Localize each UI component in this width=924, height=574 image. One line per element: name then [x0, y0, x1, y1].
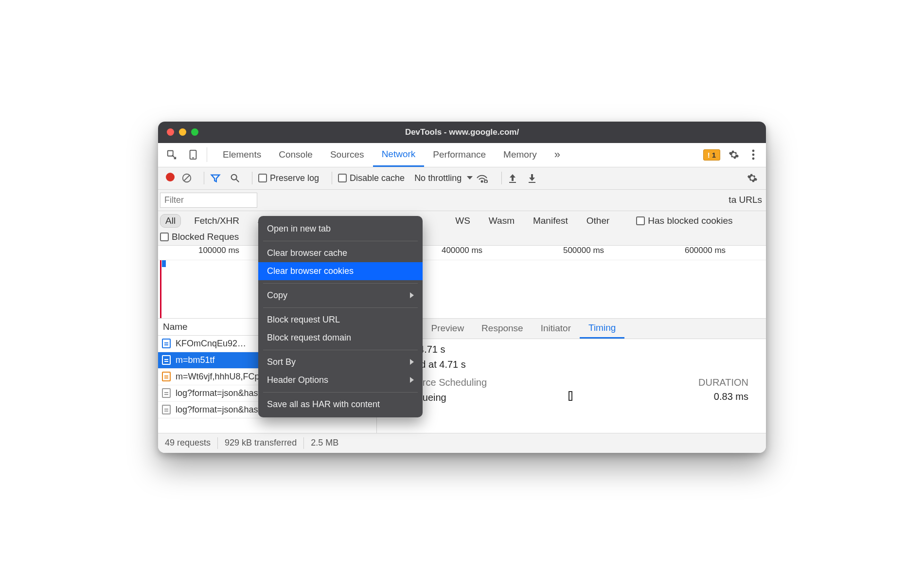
chevron-down-icon: [466, 176, 473, 180]
context-menu-separator: [263, 350, 418, 350]
network-split-view: Name KFOmCnqEu92… m=bm51tf m=Wt6vjf,hhhU…: [158, 319, 766, 433]
chevron-right-icon: [410, 359, 414, 365]
detail-tabs: aders Preview Response Initiator Timing: [377, 319, 766, 339]
context-menu-item[interactable]: Save all as HAR with content: [258, 395, 423, 413]
file-icon: [162, 405, 171, 414]
type-all[interactable]: All: [160, 214, 181, 228]
preserve-log-label: Preserve log: [270, 173, 319, 183]
filter-icon[interactable]: [210, 173, 227, 183]
type-fetch-xhr[interactable]: Fetch/XHR: [189, 214, 245, 228]
context-menu-item-label: Clear browser cache: [267, 248, 347, 258]
clear-icon[interactable]: [181, 173, 198, 183]
detail-tab-initiator[interactable]: Initiator: [532, 319, 580, 339]
type-wasm[interactable]: Wasm: [483, 214, 520, 228]
window-close-button[interactable]: [167, 128, 174, 136]
svg-point-8: [231, 175, 237, 180]
traffic-lights: [158, 128, 198, 136]
context-menu-item-label: Clear browser cookies: [267, 266, 354, 276]
network-status-bar: 49 requests 929 kB transferred 2.5 MB: [158, 433, 766, 453]
context-menu-item-label: Open in new tab: [267, 224, 331, 234]
window-minimize-button[interactable]: [179, 128, 186, 136]
devtools-tabs-bar: Elements Console Sources Network Perform…: [158, 143, 766, 167]
warning-icon: !: [708, 151, 710, 159]
timing-body: ed at 4.71 s Started at 4.71 s Resource …: [377, 339, 766, 411]
context-menu-item-label: Block request URL: [267, 315, 340, 325]
network-settings-icon[interactable]: [743, 173, 762, 183]
chevron-right-icon: [410, 292, 414, 298]
svg-point-5: [752, 158, 755, 160]
requests-count: 49 requests: [160, 438, 211, 448]
detail-tab-response[interactable]: Response: [473, 319, 532, 339]
blocked-requests-checkbox[interactable]: Blocked Reques: [160, 232, 239, 242]
file-icon: [162, 372, 171, 381]
detail-tab-preview[interactable]: Preview: [423, 319, 473, 339]
inspect-element-icon[interactable]: [161, 143, 182, 167]
chevron-right-icon: [410, 377, 414, 383]
context-menu-separator: [263, 307, 418, 308]
svg-point-4: [752, 154, 755, 156]
request-name: KFOmCnqEu92…: [176, 339, 246, 349]
tab-sources[interactable]: Sources: [321, 143, 373, 167]
context-menu-item-label: Header Options: [267, 375, 328, 385]
context-menu-item[interactable]: Clear browser cache: [258, 244, 423, 262]
svg-point-3: [752, 150, 755, 152]
blocked-cookies-label: Has blocked cookies: [648, 215, 732, 226]
network-conditions-icon[interactable]: [476, 173, 496, 183]
throttling-value: No throttling: [414, 173, 462, 183]
tick-3: 500000 ms: [523, 246, 644, 260]
upload-har-icon[interactable]: [508, 173, 524, 183]
filter-input[interactable]: [160, 193, 257, 208]
disable-cache-checkbox[interactable]: Disable cache: [338, 173, 405, 183]
settings-icon[interactable]: [724, 143, 744, 167]
window-zoom-button[interactable]: [191, 128, 198, 136]
transferred-size: 929 kB transferred: [225, 438, 297, 448]
type-other[interactable]: Other: [581, 214, 615, 228]
context-menu-item[interactable]: Clear browser cookies: [258, 262, 423, 280]
devtools-window: DevTools - www.google.com/ Elements Cons…: [158, 122, 766, 453]
load-marker-icon: [160, 260, 161, 318]
context-menu-item-label: Block request domain: [267, 333, 351, 343]
tabs-overflow-button[interactable]: »: [546, 143, 569, 167]
timeline-ticks: 100000 ms 400000 ms 500000 ms 600000 ms: [158, 246, 766, 260]
type-ws[interactable]: WS: [450, 214, 476, 228]
tab-performance[interactable]: Performance: [424, 143, 495, 167]
svg-point-10: [481, 181, 483, 182]
record-button[interactable]: [162, 173, 178, 184]
context-menu-item-label: Save all as HAR with content: [267, 399, 380, 410]
device-toolbar-icon[interactable]: [182, 143, 204, 167]
tab-memory[interactable]: Memory: [495, 143, 546, 167]
queueing-bar-icon: [569, 391, 572, 401]
context-menu: Open in new tabClear browser cacheClear …: [258, 216, 423, 417]
preserve-log-checkbox[interactable]: Preserve log: [258, 173, 319, 183]
warning-count: 1: [712, 151, 716, 159]
window-title: DevTools - www.google.com/: [158, 127, 766, 137]
file-icon: [162, 339, 171, 348]
queued-at-line: ed at 4.71 s: [394, 344, 748, 355]
more-menu-icon[interactable]: [744, 143, 763, 167]
file-icon: [162, 388, 171, 398]
context-menu-separator: [263, 392, 418, 393]
download-har-icon[interactable]: [527, 173, 544, 183]
context-menu-item-label: Copy: [267, 290, 287, 301]
panel-tabs: Elements Console Sources Network Perform…: [210, 143, 569, 167]
search-icon[interactable]: [230, 173, 246, 183]
context-menu-item[interactable]: Block request URL: [258, 311, 423, 329]
tab-network[interactable]: Network: [373, 143, 425, 167]
context-menu-item-label: Sort By: [267, 357, 296, 367]
request-types-row: All Fetch/XHR JS WS Wasm Manifest Other …: [158, 211, 766, 246]
context-menu-item[interactable]: Copy: [258, 287, 423, 305]
throttling-select[interactable]: No throttling: [414, 173, 473, 183]
issues-warning-badge[interactable]: ! 1: [703, 149, 720, 161]
context-menu-item[interactable]: Sort By: [258, 353, 423, 371]
tab-console[interactable]: Console: [270, 143, 321, 167]
file-icon: [162, 355, 171, 365]
type-manifest[interactable]: Manifest: [528, 214, 573, 228]
detail-tab-timing[interactable]: Timing: [580, 319, 624, 339]
tab-elements[interactable]: Elements: [214, 143, 270, 167]
context-menu-item[interactable]: Block request domain: [258, 329, 423, 347]
context-menu-item[interactable]: Header Options: [258, 371, 423, 389]
duration-label: DURATION: [698, 377, 748, 388]
context-menu-item[interactable]: Open in new tab: [258, 220, 423, 238]
blocked-cookies-checkbox[interactable]: Has blocked cookies: [636, 215, 732, 226]
network-timeline[interactable]: 100000 ms 400000 ms 500000 ms 600000 ms: [158, 246, 766, 319]
